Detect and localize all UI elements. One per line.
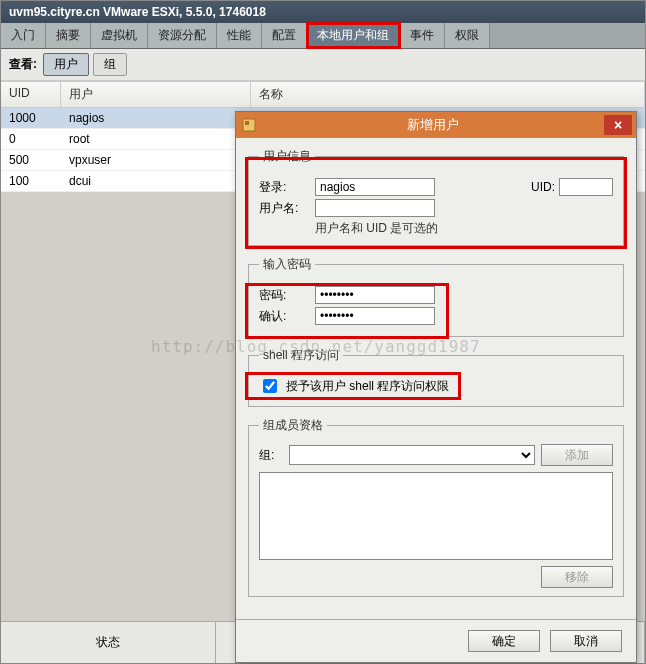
confirm-input[interactable] <box>315 307 435 325</box>
uid-label: UID: <box>521 180 555 194</box>
app-icon <box>240 116 258 134</box>
group-listbox[interactable] <box>259 472 613 560</box>
group-legend: 组成员资格 <box>259 417 327 434</box>
view-pill-1[interactable]: 组 <box>93 53 127 76</box>
cancel-button[interactable]: 取消 <box>550 630 622 652</box>
tab-5[interactable]: 配置 <box>262 23 307 48</box>
tab-0[interactable]: 入门 <box>1 23 46 48</box>
tab-bar: 入门摘要虚拟机资源分配性能配置本地用户和组事件权限 <box>1 23 645 49</box>
shell-access-checkbox[interactable] <box>263 379 277 393</box>
shell-access-label: 授予该用户 shell 程序访问权限 <box>286 378 449 395</box>
view-pill-0[interactable]: 用户 <box>43 53 89 76</box>
close-icon[interactable]: × <box>604 115 632 135</box>
view-label: 查看: <box>9 56 37 73</box>
password-legend: 输入密码 <box>259 256 315 273</box>
tab-6[interactable]: 本地用户和组 <box>307 23 400 48</box>
login-input[interactable] <box>315 178 435 196</box>
cell-uid: 1000 <box>1 108 61 128</box>
tab-8[interactable]: 权限 <box>445 23 490 48</box>
dialog-footer: 确定 取消 <box>236 619 636 662</box>
username-input[interactable] <box>315 199 435 217</box>
group-membership: 组成员资格 组: 添加 移除 <box>248 417 624 597</box>
cell-user: dcui <box>61 171 251 191</box>
col-header-name[interactable]: 名称 <box>251 82 645 107</box>
username-label: 用户名: <box>259 200 311 217</box>
password-input[interactable] <box>315 286 435 304</box>
dialog-title: 新增用户 <box>262 116 604 134</box>
user-info-legend: 用户信息 <box>259 148 315 165</box>
user-info-hint: 用户名和 UID 是可选的 <box>315 220 613 237</box>
table-header: UID 用户 名称 <box>1 82 645 108</box>
login-label: 登录: <box>259 179 311 196</box>
group-label: 组: <box>259 447 283 464</box>
password-group: 输入密码 密码: 确认: <box>248 256 624 337</box>
tab-2[interactable]: 虚拟机 <box>91 23 148 48</box>
shell-legend: shell 程序访问 <box>259 347 343 364</box>
user-info-group: 用户信息 登录: UID: 用户名: 用户名和 UID 是可选的 <box>248 148 624 246</box>
status-cell: 状态 <box>1 622 216 663</box>
cell-user: vpxuser <box>61 150 251 170</box>
tab-4[interactable]: 性能 <box>217 23 262 48</box>
tab-7[interactable]: 事件 <box>400 23 445 48</box>
col-header-uid[interactable]: UID <box>1 82 61 107</box>
cell-uid: 500 <box>1 150 61 170</box>
ok-button[interactable]: 确定 <box>468 630 540 652</box>
col-header-user[interactable]: 用户 <box>61 82 251 107</box>
cell-user: root <box>61 129 251 149</box>
tab-1[interactable]: 摘要 <box>46 23 91 48</box>
uid-input[interactable] <box>559 178 613 196</box>
add-group-button[interactable]: 添加 <box>541 444 613 466</box>
add-user-dialog: 新增用户 × 用户信息 登录: UID: 用户名: 用户名和 UID 是可选的 <box>235 111 637 663</box>
tab-3[interactable]: 资源分配 <box>148 23 217 48</box>
dialog-titlebar[interactable]: 新增用户 × <box>236 112 636 138</box>
cell-user: nagios <box>61 108 251 128</box>
cell-uid: 0 <box>1 129 61 149</box>
window-title: uvm95.cityre.cn VMware ESXi, 5.5.0, 1746… <box>1 1 645 23</box>
shell-group: shell 程序访问 授予该用户 shell 程序访问权限 <box>248 347 624 407</box>
confirm-label: 确认: <box>259 308 311 325</box>
password-label: 密码: <box>259 287 311 304</box>
toolbar: 查看: 用户组 <box>1 49 645 81</box>
svg-rect-1 <box>245 121 249 125</box>
group-select[interactable] <box>289 445 535 465</box>
cell-uid: 100 <box>1 171 61 191</box>
remove-group-button[interactable]: 移除 <box>541 566 613 588</box>
